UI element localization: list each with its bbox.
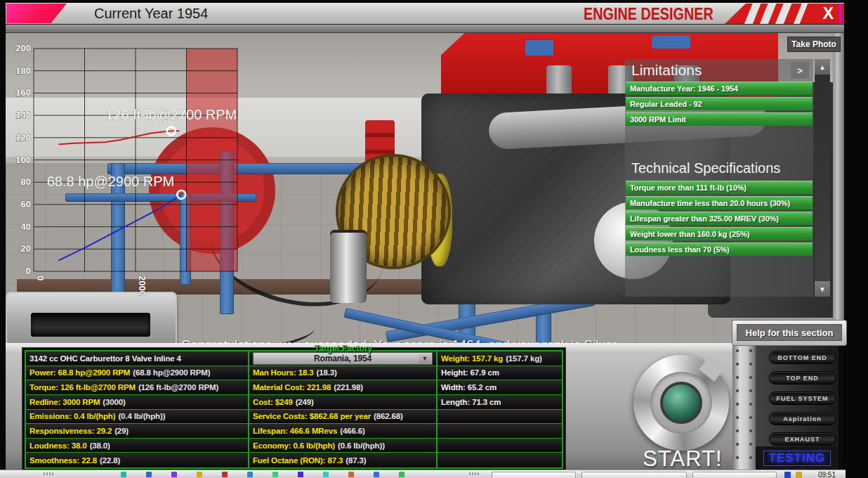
quick-launch-icon[interactable] xyxy=(121,472,126,477)
scroll-up-icon[interactable]: ▲ xyxy=(815,59,830,75)
taskbar-window-button[interactable] xyxy=(581,472,687,478)
limitation-item: Manufacture Year: 1946 - 1954 xyxy=(626,82,813,95)
testing-label: TESTING xyxy=(763,451,831,466)
stats-row: Responsiveness: 29.2(29) xyxy=(26,424,248,439)
quick-launch-icon[interactable] xyxy=(197,472,202,477)
stats-column-middle: Romania, 1954 ▼ Man Hours: 18.3(18.3)Mat… xyxy=(249,351,438,467)
stripe-decoration xyxy=(792,4,808,24)
stats-row: Loudness: 38.0(38.0) xyxy=(26,439,248,453)
stats-column-right: Weight: 157.7 kg(157.7 kg)Height: 67.9 c… xyxy=(438,351,562,467)
svg-text:160: 160 xyxy=(15,87,31,98)
factory-dropdown-value: Romania, 1954 xyxy=(314,354,371,363)
tab-testing[interactable]: TESTING xyxy=(756,446,839,470)
target-factory-label: Target Factory xyxy=(249,344,438,354)
close-button[interactable]: X xyxy=(823,4,834,23)
quick-launch-icon[interactable] xyxy=(171,472,177,477)
quick-launch-icon[interactable] xyxy=(222,472,228,477)
quick-launch-icon[interactable] xyxy=(399,472,405,477)
stripe-decoration xyxy=(759,4,777,24)
panel-edge xyxy=(839,344,844,470)
panel-scrollbar[interactable]: ▲ ▼ xyxy=(815,59,830,297)
score-message-line1: Congratulations, you succeeded. Your sco… xyxy=(181,335,827,343)
tech-spec-item: Torque more than 111 ft-lb (10%) xyxy=(626,181,813,194)
start-button-lens xyxy=(660,382,702,424)
svg-text:140: 140 xyxy=(15,110,31,120)
stats-row: Service Costs: $862.68 per year(862.68) xyxy=(249,410,436,425)
stats-row: Lifespan: 466.6 MRevs(466.6) xyxy=(249,424,436,439)
factory-row: Romania, 1954 ▼ xyxy=(249,351,436,366)
stats-row: Material Cost: 221.98(221.98) xyxy=(249,380,436,395)
os-taskbar: 09:51 xyxy=(0,470,846,478)
dyno-chart: 20018016014012010080604020002000126 ft-l… xyxy=(21,41,246,307)
svg-text:40: 40 xyxy=(21,221,31,232)
side-button-aspiration[interactable]: Aspiration xyxy=(769,412,836,425)
stripe-decoration xyxy=(775,4,793,24)
canister xyxy=(330,233,367,303)
tech-specs-list: Torque more than 111 ft-lb (10%)Manufact… xyxy=(625,181,813,256)
quick-launch-icon[interactable] xyxy=(272,472,278,477)
chevron-down-icon[interactable]: ▼ xyxy=(419,354,431,363)
stats-row: Width: 65.2 cm xyxy=(438,380,562,395)
svg-text:20: 20 xyxy=(21,243,31,254)
stats-row: Redline: 3000 RPM(3000) xyxy=(26,395,248,410)
quick-launch-icon[interactable] xyxy=(348,472,354,477)
taskbar-window-button[interactable] xyxy=(492,472,576,478)
svg-text:80: 80 xyxy=(21,176,31,187)
scroll-down-icon[interactable]: ▼ xyxy=(815,281,830,297)
side-button-fuel-system[interactable]: FUEL SYSTEM xyxy=(769,392,836,405)
limitations-panel: Limitations > Manufacture Year: 1946 - 1… xyxy=(625,59,813,297)
factory-dropdown[interactable]: Romania, 1954 ▼ xyxy=(253,352,433,365)
engine-designer-window: Current Year 1954 ENGINE DESIGNER X xyxy=(6,3,844,470)
svg-text:60: 60 xyxy=(21,199,31,209)
stats-row xyxy=(438,410,562,425)
start-label[interactable]: START! xyxy=(624,446,742,470)
stats-row: Weight: 157.7 kg(157.7 kg) xyxy=(438,351,562,366)
quick-launch-icon[interactable] xyxy=(374,472,379,477)
window-subbar xyxy=(6,25,844,33)
expand-panel-button[interactable]: > xyxy=(791,62,809,79)
quick-launch-icon[interactable] xyxy=(146,472,152,477)
ring-gap-decoration xyxy=(699,355,725,382)
help-button-frame: Help for this section xyxy=(732,320,847,346)
start-button[interactable] xyxy=(633,355,729,451)
take-photo-button[interactable]: Take Photo xyxy=(788,37,840,51)
stats-column-left: 3142 cc OHC Carburettor 8 Valve Inline 4… xyxy=(26,351,249,467)
svg-text:200: 200 xyxy=(15,43,31,53)
stats-row: Length: 71.3 cm xyxy=(438,395,562,410)
stats-row: Economy: 0.6 lb/(hph)(0.6 lb/(hph)) xyxy=(249,439,436,453)
stats-row xyxy=(438,424,562,439)
viewport-frame-edge xyxy=(833,33,844,343)
stats-row: Smoothness: 22.8(22.8) xyxy=(26,453,248,467)
quick-launch-icon[interactable] xyxy=(323,472,329,477)
tray-icon[interactable] xyxy=(796,472,802,478)
dyno-bench-slot xyxy=(31,313,150,337)
svg-text:0: 0 xyxy=(26,266,31,276)
limitations-title: Limitations xyxy=(631,62,702,79)
help-button[interactable]: Help for this section xyxy=(737,324,842,341)
stats-row: Torque: 126 ft-lb@2700 RPM(126 ft-lb@270… xyxy=(26,380,248,395)
quick-launch-icon[interactable] xyxy=(298,472,303,477)
tray-icon[interactable] xyxy=(784,472,791,478)
svg-text:126 ft-lb@2700 RPM: 126 ft-lb@2700 RPM xyxy=(105,107,237,122)
limitation-item: 3000 RPM Limit xyxy=(626,112,813,126)
scrollbar-track[interactable] xyxy=(815,75,830,281)
score-message: Congratulations, you succeeded. Your sco… xyxy=(181,297,827,343)
side-button-exhaust[interactable]: EXHAUST xyxy=(769,432,836,446)
engine-stats-table: 3142 cc OHC Carburettor 8 Valve Inline 4… xyxy=(25,350,563,469)
stats-row: Emissions: 0.4 lb/(hph)(0.4 lb/(hph)) xyxy=(26,410,248,425)
svg-text:68.8 hp@2900 RPM: 68.8 hp@2900 RPM xyxy=(47,174,175,189)
quick-launch-icon[interactable] xyxy=(247,472,253,477)
side-button-top-end[interactable]: TOP END xyxy=(769,371,836,385)
taskbar-clock: 09:51 xyxy=(818,471,836,478)
tech-spec-item: Weight lower than 160.0 kg (25%) xyxy=(626,227,813,240)
taskbar-window-button[interactable] xyxy=(692,472,777,478)
engine-3d-view: 20018016014012010080604020002000126 ft-l… xyxy=(6,33,844,343)
tech-specs-title: Technical Specifications xyxy=(631,160,813,176)
side-button-bottom-end[interactable]: BOTTOM END xyxy=(769,351,836,364)
taskbar-grip xyxy=(44,472,55,475)
svg-text:180: 180 xyxy=(15,65,31,76)
svg-text:100: 100 xyxy=(15,155,31,165)
stats-row: Man Hours: 18.3(18.3) xyxy=(249,366,436,381)
engine-detail xyxy=(652,36,690,49)
title-bar: Current Year 1954 ENGINE DESIGNER X xyxy=(6,3,844,25)
